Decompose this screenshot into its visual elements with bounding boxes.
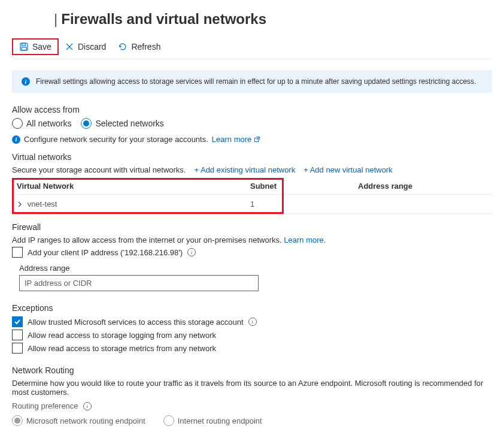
page-header: |Firewalls and virtual networks bbox=[12, 0, 492, 35]
info-icon[interactable]: i bbox=[248, 318, 257, 326]
discard-label: Discard bbox=[78, 42, 106, 52]
refresh-icon bbox=[118, 42, 127, 52]
routing-title: Network Routing bbox=[12, 365, 492, 375]
address-range-input[interactable] bbox=[19, 275, 259, 291]
checkbox-icon bbox=[12, 316, 23, 327]
access-radio-group: All networks Selected networks bbox=[12, 118, 492, 129]
vnet-title: Virtual networks bbox=[12, 152, 492, 162]
vnet-table: Virtual Network Subnet Address range vne… bbox=[12, 178, 492, 214]
radio-internet-routing: Internet routing endpoint bbox=[163, 415, 262, 426]
close-icon bbox=[65, 42, 74, 52]
routing-pref-label-row: Routing preference i bbox=[12, 401, 492, 410]
info-icon[interactable]: i bbox=[187, 248, 196, 256]
access-hint: i Configure network security for your st… bbox=[12, 135, 492, 144]
radio-all-networks[interactable]: All networks bbox=[12, 118, 71, 129]
radio-selected-networks[interactable]: Selected networks bbox=[81, 118, 163, 129]
refresh-label: Refresh bbox=[131, 42, 160, 52]
checkbox-icon bbox=[12, 330, 23, 340]
svg-rect-1 bbox=[22, 43, 26, 46]
info-icon[interactable]: i bbox=[83, 402, 92, 410]
checkbox-client-ip[interactable]: Add your client IP address ('192.168.216… bbox=[12, 247, 492, 258]
save-label: Save bbox=[32, 42, 51, 52]
chevron-right-icon bbox=[17, 200, 23, 209]
discard-button[interactable]: Discard bbox=[59, 40, 112, 54]
radio-ms-routing: Microsoft network routing endpoint bbox=[12, 415, 145, 426]
checkbox-metrics-access[interactable]: Allow read access to storage metrics fro… bbox=[12, 343, 492, 354]
external-link-icon bbox=[254, 136, 260, 143]
radio-icon bbox=[163, 415, 174, 426]
vnet-subnet: 1 bbox=[245, 195, 353, 214]
add-new-vnet-link[interactable]: + Add new virtual network bbox=[303, 165, 393, 174]
table-row[interactable]: vnet-test 1 bbox=[12, 195, 492, 214]
refresh-button[interactable]: Refresh bbox=[112, 40, 166, 54]
vnet-table-container: Virtual Network Subnet Address range vne… bbox=[12, 178, 492, 214]
add-existing-vnet-link[interactable]: + Add existing virtual network bbox=[194, 165, 295, 174]
info-banner: i Firewall settings allowing access to s… bbox=[12, 70, 492, 93]
toolbar: Save Discard Refresh bbox=[12, 35, 492, 59]
radio-icon bbox=[81, 118, 92, 129]
col-subnet: Subnet bbox=[245, 178, 353, 195]
info-icon: i bbox=[22, 77, 30, 86]
svg-rect-2 bbox=[22, 47, 26, 50]
save-button[interactable]: Save bbox=[12, 38, 59, 55]
address-range-label: Address range bbox=[19, 264, 492, 273]
save-icon bbox=[19, 42, 29, 52]
radio-icon bbox=[12, 415, 23, 426]
page-title: Firewalls and virtual networks bbox=[61, 11, 266, 28]
routing-desc: Determine how you would like to route yo… bbox=[12, 379, 492, 397]
col-range: Address range bbox=[353, 178, 492, 195]
info-banner-text: Firewall settings allowing access to sto… bbox=[36, 77, 476, 86]
access-learn-more-link[interactable]: Learn more bbox=[212, 135, 260, 144]
checkbox-trusted-services[interactable]: Allow trusted Microsoft services to acce… bbox=[12, 316, 492, 327]
vnet-desc-row: Secure your storage account with virtual… bbox=[12, 165, 492, 174]
routing-radio-group: Microsoft network routing endpoint Inter… bbox=[12, 415, 492, 426]
svg-line-6 bbox=[257, 137, 260, 140]
allow-access-title: Allow access from bbox=[12, 105, 492, 114]
checkbox-icon bbox=[12, 343, 23, 354]
checkbox-icon bbox=[12, 247, 23, 258]
radio-icon bbox=[12, 118, 23, 129]
exceptions-title: Exceptions bbox=[12, 303, 492, 313]
info-icon: i bbox=[12, 135, 20, 144]
firewall-learn-more-link[interactable]: Learn more. bbox=[284, 235, 326, 244]
checkbox-logging-access[interactable]: Allow read access to storage logging fro… bbox=[12, 330, 492, 340]
vnet-name: vnet-test bbox=[28, 200, 57, 209]
col-vnet: Virtual Network bbox=[12, 178, 245, 195]
firewall-desc: Add IP ranges to allow access from the i… bbox=[12, 235, 492, 244]
firewall-title: Firewall bbox=[12, 222, 492, 232]
